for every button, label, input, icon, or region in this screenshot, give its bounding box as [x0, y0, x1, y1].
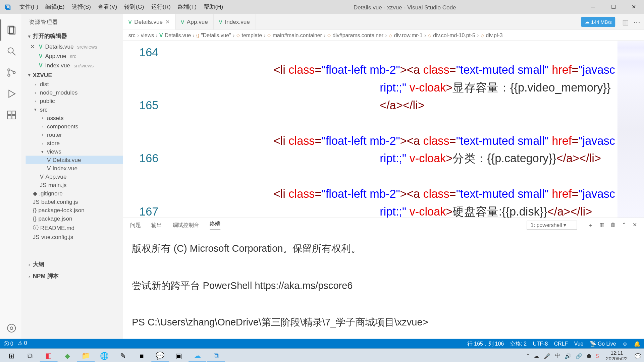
debug-icon[interactable] — [0, 83, 21, 104]
tray-app-icon[interactable]: ⬢ — [587, 353, 591, 359]
tab-index[interactable]: VIndex.vue — [214, 14, 256, 29]
tray-mic-icon[interactable]: 🎤 — [544, 353, 550, 359]
taskbar-explorer[interactable]: 📁 — [77, 350, 95, 362]
folder-components[interactable]: ›components — [26, 122, 123, 130]
file-index-vue[interactable]: VIndex.vue — [26, 164, 123, 173]
status-feedback-icon[interactable]: ☺ — [622, 341, 628, 347]
settings-icon[interactable] — [0, 317, 21, 339]
folder-router[interactable]: ›router — [26, 130, 123, 139]
search-icon[interactable] — [0, 41, 21, 62]
tray-network-icon[interactable]: 🔗 — [576, 353, 582, 359]
taskbar-wechat[interactable]: 💬 — [151, 350, 169, 362]
open-editor-app[interactable]: ✕VApp.vuesrc — [22, 51, 123, 61]
taskbar-app-2[interactable]: ◆ — [58, 350, 76, 362]
taskbar-chrome[interactable]: 🌐 — [96, 350, 113, 362]
folder-src[interactable]: ▾src — [26, 105, 123, 114]
code-editor[interactable]: 164 165 166 167 168 <li class="float-lef… — [123, 41, 644, 218]
taskbar-app-4[interactable]: ■ — [133, 350, 151, 362]
tray-onedrive-icon[interactable]: ☁ — [534, 353, 539, 359]
taskbar-app-5[interactable]: ☁ — [189, 350, 206, 362]
panel-tab-debug[interactable]: 调试控制台 — [173, 221, 199, 229]
scm-icon[interactable] — [0, 62, 21, 83]
status-bell-icon[interactable]: 🔔 — [634, 341, 641, 347]
file-babel-config[interactable]: JSbabel.config.js — [26, 198, 123, 206]
project-header[interactable]: ▾XZVUE — [22, 70, 123, 80]
status-spaces[interactable]: 空格: 2 — [510, 340, 527, 347]
close-button[interactable]: ✕ — [624, 0, 644, 14]
status-language[interactable]: Vue — [574, 341, 584, 347]
status-encoding[interactable]: UTF-8 — [533, 341, 548, 347]
maximize-panel-icon[interactable]: ⌃ — [622, 221, 626, 229]
folder-node-modules[interactable]: ›node_modules — [26, 88, 123, 97]
file-main-js[interactable]: JSmain.js — [26, 181, 123, 189]
file-app-vue[interactable]: VApp.vue — [26, 173, 123, 181]
taskbar-vscode[interactable]: ⧉ — [207, 350, 225, 362]
folder-public[interactable]: ›public — [26, 97, 123, 105]
menu-edit[interactable]: 编辑(E) — [42, 3, 68, 11]
explorer-icon[interactable] — [0, 19, 21, 41]
menu-run[interactable]: 运行(R) — [148, 3, 174, 11]
split-terminal-icon[interactable]: ▥ — [599, 221, 604, 229]
minimap[interactable] — [618, 41, 644, 218]
system-tray[interactable]: ˄ ☁ 🎤 中 🔊 🔗 ⬢ S 12:112020/5/22 💬 — [527, 351, 641, 361]
menu-view[interactable]: 查看(V) — [94, 3, 120, 11]
menu-terminal[interactable]: 终端(T) — [174, 3, 200, 11]
menu-goto[interactable]: 转到(G) — [121, 3, 148, 11]
file-vue-config[interactable]: JSvue.config.js — [26, 233, 123, 241]
maximize-button[interactable]: ☐ — [603, 0, 624, 14]
folder-dist[interactable]: ›dist — [26, 80, 123, 88]
status-errors[interactable]: ⓧ 0 — [4, 340, 13, 347]
taskbar-app-1[interactable]: ◧ — [40, 350, 58, 362]
open-editor-index[interactable]: ✕VIndex.vuesrc\views — [22, 61, 123, 70]
terminal-body[interactable]: 版权所有 (C) Microsoft Corporation。保留所有权利。 尝… — [123, 232, 644, 339]
file-readme[interactable]: ⓘREADME.md — [26, 223, 123, 233]
open-editors-header[interactable]: ▾打开的编辑器 — [22, 31, 123, 42]
minimize-button[interactable]: ─ — [583, 0, 603, 14]
kill-terminal-icon[interactable]: 🗑 — [610, 221, 616, 229]
code-body[interactable]: <li class="float-left mb-2"><a class="te… — [167, 41, 618, 218]
menu-select[interactable]: 选择(S) — [68, 3, 94, 11]
status-golive[interactable]: 📡 Go Live — [590, 341, 616, 347]
status-eol[interactable]: CRLF — [554, 341, 568, 347]
new-terminal-icon[interactable]: ＋ — [588, 221, 593, 229]
tray-chevron-icon[interactable]: ˄ — [527, 353, 529, 359]
tab-app[interactable]: VApp.vue — [175, 14, 214, 29]
file-gitignore[interactable]: ◆.gitignore — [26, 189, 123, 198]
open-editor-details[interactable]: ✕VDetails.vuesrc\views — [22, 42, 123, 51]
menu-file[interactable]: 文件(F) — [16, 3, 42, 11]
task-view-icon[interactable]: ⧉ — [21, 350, 39, 362]
menu-help[interactable]: 帮助(H) — [200, 3, 227, 11]
taskbar-terminal[interactable]: ▣ — [170, 350, 188, 362]
sync-badge[interactable]: ☁ 144 MB/s — [581, 17, 615, 27]
close-panel-icon[interactable]: ✕ — [633, 221, 637, 229]
tray-volume-icon[interactable]: 🔊 — [565, 353, 571, 359]
terminal-select[interactable]: 1: powershell ▾ — [527, 221, 577, 230]
breadcrumb[interactable]: src› views› VDetails.vue› {}"Details.vue… — [123, 30, 644, 41]
tab-details[interactable]: VDetails.vue✕ — [123, 14, 176, 29]
taskbar-app-3[interactable]: ✎ — [114, 350, 132, 362]
file-package-json[interactable]: {}package.json — [26, 215, 123, 223]
panel-tab-output[interactable]: 输出 — [151, 221, 162, 229]
taskbar-clock[interactable]: 12:112020/5/22 — [603, 351, 630, 361]
folder-views[interactable]: ▾views — [26, 147, 123, 156]
tray-ime-icon[interactable]: 中 — [555, 352, 560, 359]
close-icon[interactable]: ✕ — [165, 19, 170, 25]
extensions-icon[interactable] — [0, 104, 21, 125]
svg-rect-9 — [12, 111, 15, 115]
npm-scripts-header[interactable]: ›NPM 脚本 — [22, 270, 123, 282]
start-button[interactable]: ⊞ — [3, 350, 20, 362]
split-editor-icon[interactable]: ▥ — [622, 18, 629, 26]
status-ln-col[interactable]: 行 165，列 106 — [467, 340, 504, 347]
tray-sogou-icon[interactable]: S — [595, 353, 599, 359]
folder-assets[interactable]: ›assets — [26, 114, 123, 122]
status-warnings[interactable]: ⚠ 0 — [18, 340, 27, 347]
tray-notifications-icon[interactable]: 💬 — [635, 353, 641, 359]
close-icon[interactable]: ✕ — [30, 43, 36, 50]
file-details-vue[interactable]: VDetails.vue — [26, 156, 123, 164]
outline-header[interactable]: ›大纲 — [22, 259, 123, 270]
more-icon[interactable]: ⋯ — [633, 18, 640, 26]
panel-tab-terminal[interactable]: 终端 — [210, 220, 220, 230]
folder-store[interactable]: ›store — [26, 139, 123, 147]
panel-tab-problems[interactable]: 问题 — [130, 221, 141, 229]
file-package-lock[interactable]: {}package-lock.json — [26, 206, 123, 215]
